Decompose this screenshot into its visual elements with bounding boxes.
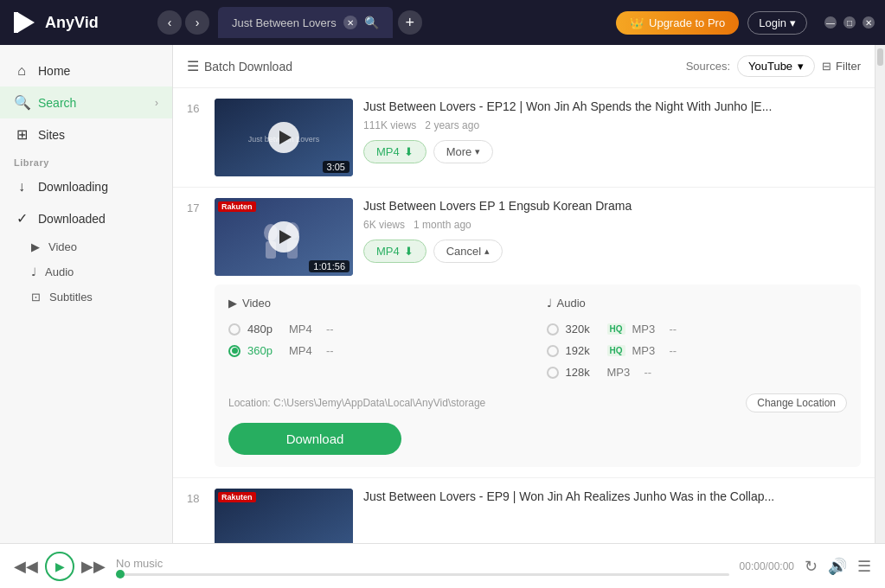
downloaded-icon: ✓ xyxy=(14,210,29,227)
result-title: Just Between Lovers - EP9 | Won Jin Ah R… xyxy=(363,489,861,506)
thumbnail-bg: Rakuten xyxy=(215,489,353,543)
content-header: ☰ Batch Download Sources: YouTube ▾ ⊟ Fi… xyxy=(173,45,875,88)
format-row-128k: 128k MP3 -- xyxy=(547,361,848,383)
size-480p: -- xyxy=(326,323,334,336)
add-tab-button[interactable]: + xyxy=(398,10,422,35)
progress-dot xyxy=(116,570,125,578)
download-button[interactable]: Download xyxy=(228,423,401,455)
result-meta: 111K views 2 years ago xyxy=(363,119,861,131)
mp4-download-button[interactable]: MP4 ⬇ xyxy=(363,240,426,263)
thumbnail: Just between Lovers 3:05 xyxy=(215,99,353,176)
play-button[interactable] xyxy=(268,122,299,153)
result-item: 16 xyxy=(173,88,875,188)
play-pause-button[interactable]: ▶ xyxy=(45,552,74,581)
result-item: 17 xyxy=(173,188,875,478)
result-number: 17 xyxy=(187,198,204,214)
result-info: Just Between Lovers - EP9 | Won Jin Ah R… xyxy=(363,489,861,514)
result-item: 18 xyxy=(173,478,875,543)
sidebar-item-downloaded[interactable]: ✓ Downloaded xyxy=(0,202,172,234)
app-name: AnyVid xyxy=(45,14,99,32)
upgrade-button[interactable]: 👑 Upgrade to Pro xyxy=(616,11,739,35)
sidebar-item-downloading[interactable]: ↓ Downloading xyxy=(0,171,172,202)
thumbnail-duration: 1:01:56 xyxy=(309,260,350,272)
format-row-360p: 360p MP4 -- xyxy=(228,340,529,361)
format-radio-360p[interactable] xyxy=(228,345,240,357)
prev-button[interactable]: ◀◀ xyxy=(14,557,38,576)
back-button[interactable]: ‹ xyxy=(157,10,182,35)
format-radio-480p[interactable] xyxy=(228,323,240,336)
rakuten-logo: Rakuten xyxy=(218,201,256,212)
size-360p: -- xyxy=(326,344,334,357)
nav-arrows: ‹ › xyxy=(157,10,209,35)
chevron-right-icon: › xyxy=(155,97,158,109)
source-chevron-icon: ▾ xyxy=(798,60,804,73)
chevron-down-icon: ▾ xyxy=(475,146,480,157)
result-actions: MP4 ⬇ Cancel ▴ xyxy=(363,240,861,263)
hq-badge-320k: HQ xyxy=(607,323,625,335)
next-button[interactable]: ▶▶ xyxy=(81,557,106,576)
more-button[interactable]: More ▾ xyxy=(433,140,494,163)
sidebar-sub-item-video[interactable]: ▶ Video xyxy=(0,234,172,259)
format-row-320k: 320k HQ MP3 -- xyxy=(547,318,848,340)
progress-track[interactable] xyxy=(116,573,729,576)
youtube-label: YouTube xyxy=(748,60,792,73)
volume-button[interactable]: 🔊 xyxy=(828,557,847,576)
mp4-download-button[interactable]: MP4 ⬇ xyxy=(363,140,426,163)
close-button[interactable]: ✕ xyxy=(863,16,875,29)
sidebar-sub-item-audio[interactable]: ♩ Audio xyxy=(0,259,172,284)
download-arrow-icon: ⬇ xyxy=(404,245,414,258)
video-format-header: ▶ Video xyxy=(228,297,529,310)
result-number: 18 xyxy=(187,489,204,505)
login-button[interactable]: Login ▾ xyxy=(747,11,807,35)
type-mp3-128k: MP3 xyxy=(607,366,638,379)
title-bar-actions: 👑 Upgrade to Pro Login ▾ xyxy=(616,11,807,35)
format-panel: ▶ Video 480p MP4 -- 360p xyxy=(215,284,861,467)
quality-192k: 192k xyxy=(566,344,600,357)
mp4-label: MP4 xyxy=(376,145,400,158)
maximize-button[interactable]: □ xyxy=(843,16,856,29)
sidebar-item-home[interactable]: ⌂ Home xyxy=(0,55,172,86)
format-radio-128k[interactable] xyxy=(547,367,559,379)
quality-320k: 320k xyxy=(566,323,600,336)
library-section-label: Library xyxy=(0,150,172,171)
search-label: Search xyxy=(38,96,76,110)
quality-360p: 360p xyxy=(247,344,282,357)
sidebar-item-sites[interactable]: ⊞ Sites xyxy=(0,118,172,150)
minimize-button[interactable]: — xyxy=(824,16,837,29)
source-selector[interactable]: YouTube ▾ xyxy=(737,55,815,77)
sources-label: Sources: xyxy=(686,60,730,73)
size-128k: -- xyxy=(645,366,652,379)
format-radio-192k[interactable] xyxy=(547,345,559,357)
sidebar-item-search[interactable]: 🔍 Search › xyxy=(0,86,172,118)
filter-button[interactable]: ⊟ Filter xyxy=(822,60,861,73)
audio-format-col: ♩ Audio 320k HQ MP3 -- xyxy=(547,297,848,383)
active-tab[interactable]: Just Between Lovers ✕ 🔍 xyxy=(218,7,393,38)
player-bar: ◀◀ ▶ ▶▶ No music 00:00/00:00 ↻ 🔊 ☰ xyxy=(0,543,885,588)
format-row-480p: 480p MP4 -- xyxy=(228,318,529,340)
download-arrow-icon: ⬇ xyxy=(404,145,414,158)
svg-rect-1 xyxy=(14,12,18,33)
queue-button[interactable]: ☰ xyxy=(857,557,871,576)
size-320k: -- xyxy=(670,323,677,336)
format-radio-320k[interactable] xyxy=(547,323,559,336)
scrollbar-thumb[interactable] xyxy=(877,48,883,66)
result-meta: 6K views 1 month ago xyxy=(363,219,861,231)
forward-button[interactable]: › xyxy=(185,10,209,35)
repeat-button[interactable]: ↻ xyxy=(805,557,818,576)
change-location-button[interactable]: Change Location xyxy=(746,393,847,412)
sidebar-sub-item-subtitles[interactable]: ⊡ Subtitles xyxy=(0,284,172,310)
result-title: Just Between Lovers EP 1 Engsub Korean D… xyxy=(363,198,861,215)
mp4-label: MP4 xyxy=(376,245,400,258)
batch-download-button[interactable]: ☰ Batch Download xyxy=(187,58,292,74)
tab-close-button[interactable]: ✕ xyxy=(343,16,357,29)
cancel-button[interactable]: Cancel ▴ xyxy=(433,240,503,263)
sites-icon: ⊞ xyxy=(14,126,29,143)
app-logo-icon xyxy=(10,9,38,36)
play-button[interactable] xyxy=(268,221,299,252)
format-row-192k: 192k HQ MP3 -- xyxy=(547,340,848,361)
video-sub-icon: ▶ xyxy=(31,240,40,253)
subtitles-label: Subtitles xyxy=(49,291,93,304)
video-format-col: ▶ Video 480p MP4 -- 360p xyxy=(228,297,529,383)
quality-480p: 480p xyxy=(247,323,282,336)
quality-128k: 128k xyxy=(566,366,600,379)
